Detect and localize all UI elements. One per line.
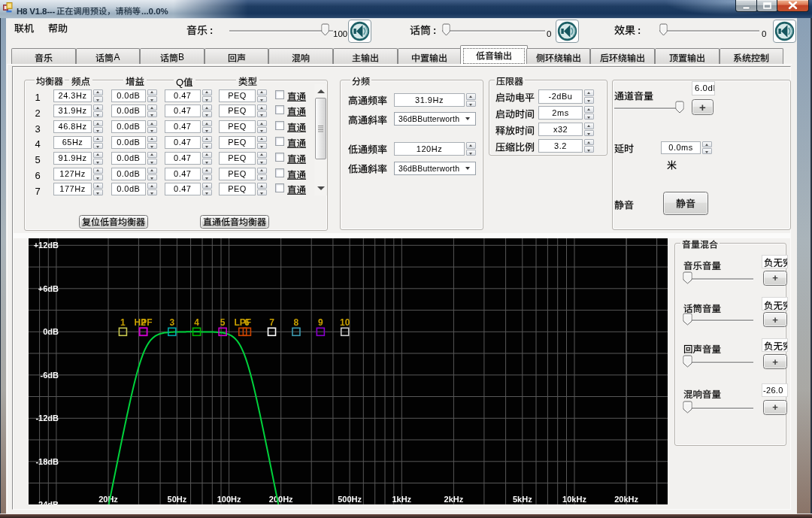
svg-text:10: 10 [340,317,350,328]
svg-text:5: 5 [220,317,226,328]
svg-text:3: 3 [169,317,174,328]
svg-text:+6dB: +6dB [38,284,59,293]
svg-text:1: 1 [120,317,126,328]
svg-text:2kHz: 2kHz [444,495,464,504]
svg-text:+12dB: +12dB [34,241,59,250]
svg-text:100Hz: 100Hz [217,495,241,504]
svg-text:8: 8 [294,317,299,328]
svg-text:-12dB: -12dB [35,413,59,423]
svg-text:20Hz: 20Hz [98,495,118,504]
svg-text:0dB: 0dB [43,327,59,336]
svg-text:500Hz: 500Hz [338,495,362,504]
svg-text:-18dB: -18dB [35,457,59,466]
svg-text:9: 9 [318,317,323,328]
svg-text:6: 6 [244,317,250,328]
svg-text:HPF: HPF [135,317,153,328]
svg-text:7: 7 [269,317,274,328]
svg-text:50Hz: 50Hz [168,495,187,504]
svg-text:200Hz: 200Hz [269,495,293,504]
svg-text:4: 4 [194,317,199,328]
svg-text:1kHz: 1kHz [392,495,411,504]
svg-text:-24dB: -24dB [35,500,59,504]
svg-text:5kHz: 5kHz [513,495,532,504]
svg-text:20kHz: 20kHz [614,495,638,504]
svg-text:-6dB: -6dB [41,371,59,380]
svg-text:10kHz: 10kHz [562,495,586,504]
